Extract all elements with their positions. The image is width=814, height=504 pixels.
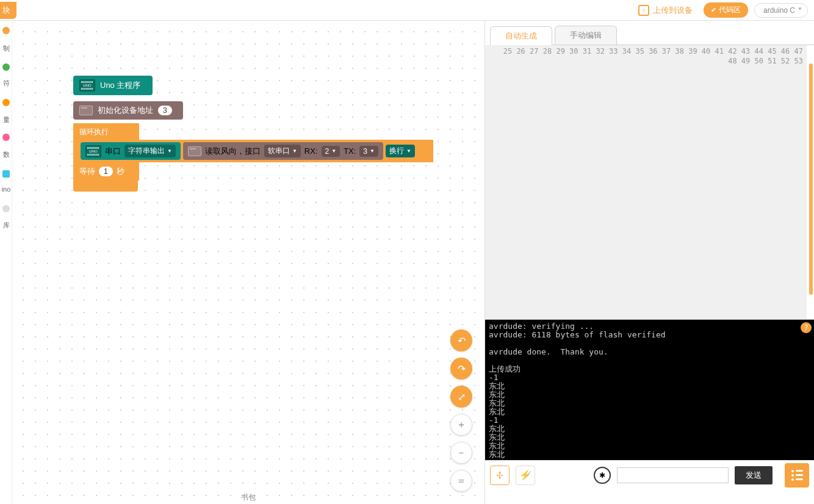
mode-tab-blocks[interactable]: 块	[0, 2, 16, 19]
upload-to-device-button[interactable]: ↑ 上传到设备	[633, 2, 697, 18]
sensor-icon	[79, 106, 93, 115]
string-output-dropdown[interactable]: 字符串输出▼	[124, 145, 176, 157]
code-editor[interactable]: 25 26 27 28 29 30 31 32 33 34 35 36 37 3…	[485, 45, 814, 320]
rail-item[interactable]: ino	[0, 185, 12, 193]
output-terminal[interactable]: avrdude: verifying ... avrdude: 6118 byt…	[485, 320, 814, 460]
rail-dot[interactable]	[2, 63, 10, 71]
sensor-icon	[188, 146, 201, 156]
scrollbar-indicator[interactable]	[809, 63, 813, 295]
tx-label: TX:	[344, 146, 356, 156]
code-area-pill[interactable]: ✔ 代码区	[704, 2, 748, 18]
rail-dot[interactable]	[2, 205, 10, 212]
send-button[interactable]: 发送	[735, 466, 773, 484]
tx-dropdown[interactable]: 3▼	[359, 146, 378, 157]
tab-manual-edit[interactable]: 手动编辑	[555, 26, 617, 45]
wait-label: 等待	[79, 166, 95, 177]
rail-dot[interactable]	[2, 99, 10, 106]
serial-menu-button[interactable]	[785, 463, 809, 488]
uno-icon: UNO	[85, 145, 101, 157]
language-dropdown[interactable]: arduino C	[754, 3, 808, 18]
usb-icon	[495, 470, 505, 480]
block-label: Uno 主程序	[100, 80, 140, 91]
backpack-label[interactable]: 书包	[241, 492, 256, 503]
block-serial-print[interactable]: UNO 串口 字符串输出▼ 读取风向，接口 软串口▼ RX: 2▼	[73, 140, 433, 162]
block-uno-main[interactable]: UNO Uno 主程序	[73, 76, 153, 95]
zoom-in-button[interactable]: ＋	[450, 414, 472, 436]
block-canvas[interactable]: UNO Uno 主程序 初始化设备地址 3 循环执行 UNO 串口 字符串输出▼	[12, 21, 484, 504]
zoom-reset-button[interactable]: ＝	[450, 470, 472, 492]
monitor-button[interactable]: ✱	[594, 467, 611, 484]
endline-dropdown[interactable]: 换行▼	[386, 145, 415, 157]
zoom-out-button[interactable]: －	[450, 442, 472, 464]
language-label: arduino C	[763, 6, 795, 15]
help-button[interactable]: ?	[801, 322, 812, 333]
rail-dot[interactable]	[2, 134, 10, 141]
monitor-icon: ✱	[599, 471, 605, 480]
serial-toolbar: ⚡̸ ✱ 发送	[485, 460, 814, 489]
category-rail: 制 符 量 数 ino 库	[0, 21, 12, 504]
soft-serial-dropdown[interactable]: 软串口▼	[264, 145, 301, 157]
upload-icon: ↑	[638, 5, 649, 16]
code-area-label: 代码区	[719, 5, 741, 15]
rail-item[interactable]: 制	[0, 44, 12, 53]
cleanup-button[interactable]: ⤢	[450, 386, 472, 408]
wait-value-input[interactable]: 1	[99, 167, 113, 176]
upload-label: 上传到设备	[653, 5, 693, 16]
loop-label: 循环执行	[73, 127, 139, 140]
block-loop[interactable]: 循环执行	[73, 123, 139, 140]
uno-icon: UNO	[79, 79, 95, 92]
serial-input[interactable]	[617, 467, 729, 483]
undo-button[interactable]: ↶	[450, 329, 472, 351]
rx-label: RX:	[304, 146, 318, 156]
redo-button[interactable]: ↷	[450, 358, 472, 380]
canvas-controls: ↶ ↷ ⤢ ＋ － ＝	[450, 329, 472, 492]
wireless-icon: ⚡̸	[519, 469, 531, 481]
seconds-label: 秒	[117, 166, 124, 177]
rx-dropdown[interactable]: 2▼	[322, 146, 340, 157]
init-param-input[interactable]: 3	[158, 106, 172, 115]
serial-label: 串口	[105, 146, 121, 157]
top-toolbar: 块 ↑ 上传到设备 ✔ 代码区 arduino C	[0, 0, 814, 21]
rail-dot[interactable]	[2, 27, 10, 34]
block-init-device[interactable]: 初始化设备地址 3	[73, 101, 183, 120]
rail-item[interactable]: 量	[0, 115, 12, 124]
check-icon: ✔	[711, 6, 716, 14]
code-tabs: 自动生成 手动编辑	[490, 26, 814, 45]
tab-auto-generate[interactable]: 自动生成	[490, 26, 552, 45]
usb-button[interactable]	[490, 466, 510, 485]
wireless-button[interactable]: ⚡̸	[516, 466, 535, 485]
rail-item[interactable]: 数	[0, 150, 12, 159]
rail-dot[interactable]	[2, 170, 10, 178]
rail-item[interactable]: 库	[0, 221, 12, 230]
line-gutter: 25 26 27 28 29 30 31 32 33 34 35 36 37 3…	[485, 45, 807, 319]
rail-item[interactable]: 符	[0, 79, 12, 88]
read-wind-label: 读取风向，接口	[205, 146, 261, 157]
menu-icon	[791, 470, 803, 481]
loop-footer[interactable]	[73, 181, 138, 192]
block-wait[interactable]: 等待 1 秒	[73, 162, 139, 181]
block-label: 初始化设备地址	[98, 105, 153, 116]
